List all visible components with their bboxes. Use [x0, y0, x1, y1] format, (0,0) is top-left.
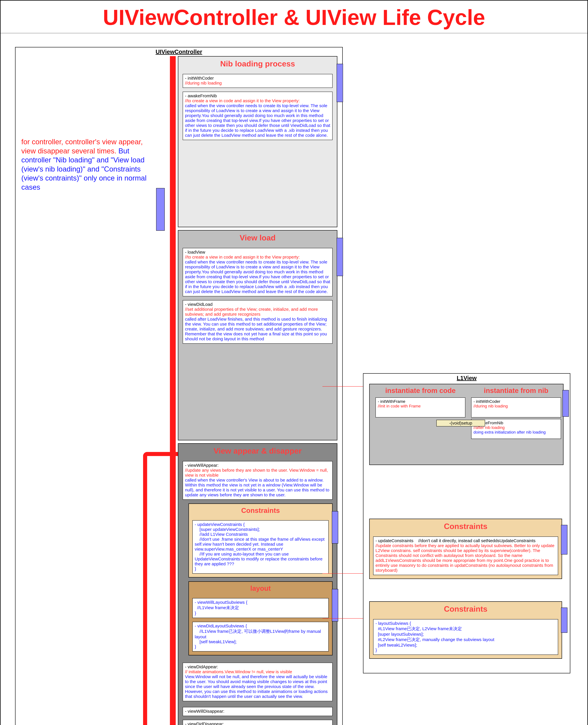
method-initwithframe: - initWithFrame //init in code with Fram… — [376, 397, 465, 417]
method-name: - loadView — [185, 250, 330, 255]
loop-arrow — [143, 452, 182, 725]
method-body: - updateViewConstraints { [super updateV… — [195, 522, 326, 571]
method-name: - awakeFromNib — [185, 94, 330, 98]
section-constraints-view-2: Constraints - layoutSubviews { #L1View f… — [369, 601, 562, 659]
col-from-code: instantiate from code - initWithFrame //… — [376, 387, 465, 417]
method-updateconstraints: - updateConstraints //don't call it dire… — [373, 537, 558, 575]
method-name: - viewWillDisappear: — [185, 709, 330, 714]
method-viewdidload: - viewDidLoad //set additional propertie… — [183, 300, 333, 344]
section-appear: View appear & disapper - viewWillAppear:… — [178, 443, 337, 725]
method-viewwilldisappear: - viewWillDisappear: — [183, 707, 333, 716]
method-comment: // initiate animations.View.Window != nu… — [185, 669, 330, 674]
method-comment: //update constraints before they are app… — [376, 543, 556, 573]
method-body: - viewWillLayoutSubviews { //L1View fram… — [195, 600, 326, 616]
method-name: - viewDidLoad — [185, 302, 330, 307]
col-title: instantiate from nib — [471, 387, 561, 396]
marker — [337, 238, 343, 276]
section-title: View load — [183, 231, 333, 244]
connector-line — [322, 386, 369, 387]
method-viewdidlayout: - viewDidLayoutSubviews { //L1View frame… — [192, 622, 329, 651]
marker — [561, 525, 567, 555]
method-name: - viewDidDisappear: — [185, 722, 330, 725]
marker — [332, 589, 338, 621]
method-desc: called when the view controller's View i… — [185, 478, 330, 497]
method-desc: called when the view controller needs to… — [185, 260, 330, 294]
section-layout: layout - viewWillLayoutSubviews { //L1Vi… — [188, 581, 333, 656]
method-layoutsubviews: - layoutSubviews { #L1View frame已决定, L2V… — [373, 619, 558, 655]
section-constraints-view-1: Constraints - updateConstraints //don't … — [369, 519, 562, 579]
method-comment: //init in code with Frame — [378, 404, 463, 409]
method-initwithcoder: - initWithCoder //during nib loading — [183, 74, 333, 88]
method-awakefromnib: - awakeFromNib //to create a view in cod… — [183, 91, 333, 140]
method-comment: //to create a view in code and assign it… — [185, 255, 330, 260]
method-body: - viewDidLayoutSubviews { //L1View frame… — [195, 623, 326, 649]
l1view-label: L1View — [363, 374, 570, 382]
section-constraints: Constraints - updateViewConstraints { [s… — [188, 503, 333, 578]
method-name: - initWithCoder — [185, 76, 330, 81]
section-title: Constraints — [373, 519, 558, 533]
uiviewcontroller-box: UIViewController for controller, control… — [15, 47, 343, 725]
marker — [563, 390, 569, 417]
method-desc: doing extra initialization after nib loa… — [474, 430, 559, 435]
side-note: for controller, controller's view appear… — [21, 137, 153, 192]
method-desc: called when the view controller needs to… — [185, 103, 330, 138]
method-desc: called after LoadView finishes, and this… — [185, 317, 330, 341]
diagram-page: UIViewController & UIView Life Cycle UIV… — [0, 0, 588, 725]
method-name: - awakeFromNib — [474, 421, 559, 425]
method-name: - viewWillAppear: — [185, 463, 330, 468]
section-title: View appear & disapper — [183, 444, 333, 457]
method-name: - initWithFrame — [378, 399, 463, 404]
section-load: View load - loadView //to create a view … — [178, 230, 337, 440]
method-setup: -(void)setup — [436, 420, 485, 427]
method-comment: //during nib loading — [185, 81, 330, 86]
marker — [561, 607, 567, 633]
method-comment: //during nib loading — [474, 404, 559, 409]
method-comment: //set additional properties of the View;… — [185, 307, 330, 317]
method-comment: //update any views before they are shown… — [185, 468, 330, 478]
method-name: - initWithCoder — [474, 399, 559, 404]
method-name: - viewDidAppear: — [185, 664, 330, 669]
col-title: instantiate from code — [376, 387, 465, 396]
section-nib: Nib loading process - initWithCoder //du… — [178, 56, 337, 227]
uiviewcontroller-label: UIViewController — [16, 47, 342, 56]
marker — [332, 511, 338, 544]
section-title: Nib loading process — [183, 57, 333, 70]
method-desc: View.Window will not be null, and theref… — [185, 674, 330, 699]
method-body: - layoutSubviews { #L1View frame已决定, L2V… — [376, 621, 556, 652]
main-title: UIViewController & UIView Life Cycle — [1, 1, 587, 33]
method-viewdidappear: - viewDidAppear: // initiate animations.… — [183, 663, 333, 701]
col-from-nib: instantiate from nib - initWithCoder //d… — [471, 387, 561, 439]
l1view-box: L1View instantiate from code - initWithF… — [363, 373, 570, 674]
method-comment: //after nib loading — [474, 425, 559, 430]
method-viewdiddisappear: - viewDidDisappear: — [183, 720, 333, 725]
method-name: - updateConstraints //don't call it dire… — [376, 538, 556, 543]
method-viewwilllayout: - viewWillLayoutSubviews { //L1View fram… — [192, 598, 329, 618]
method-initwithcoder: - initWithCoder //during nib loading — [471, 397, 561, 417]
method-viewwillappear: - viewWillAppear: //update any views bef… — [183, 461, 333, 500]
side-marker — [156, 188, 165, 231]
section-instantiate: instantiate from code - initWithFrame //… — [369, 384, 564, 465]
marker — [337, 64, 343, 102]
method-loadview: - loadView //to create a view in code an… — [183, 248, 333, 296]
method-updateviewconstraints: - updateViewConstraints { [super updateV… — [192, 520, 329, 574]
method-comment: //to create a view in code and assign it… — [185, 98, 330, 103]
section-title: layout — [192, 582, 329, 594]
section-title: Constraints — [373, 602, 558, 615]
section-title: Constraints — [192, 504, 329, 517]
